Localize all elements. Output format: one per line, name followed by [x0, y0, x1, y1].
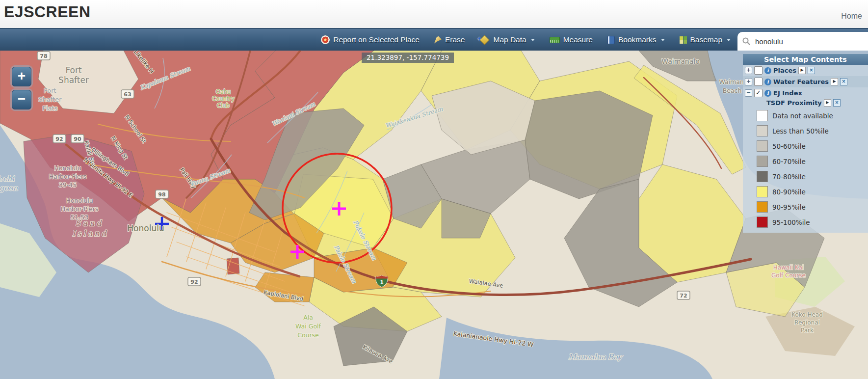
layer-close-icon[interactable]: × [808, 67, 815, 74]
select-map-contents-panel: Select Map Contents + i Places ▶ × + i W… [743, 54, 868, 233]
legend-label: Less than 50%ile [772, 127, 829, 135]
bookmarks-label: Bookmarks [618, 35, 657, 44]
ej-index-checkbox[interactable]: ✓ [754, 89, 763, 97]
svg-text:Golf Course: Golf Course [771, 272, 806, 279]
svg-text:Shafter: Shafter [58, 75, 89, 85]
svg-text:Course: Course [297, 331, 319, 339]
ejscreen-logo: EJSCREEN [4, 3, 91, 21]
sublayer-row-tsdf-proximity: TSDF Proximity ▶ × [743, 99, 868, 108]
info-icon[interactable]: i [764, 67, 771, 74]
legend-item: 80-90%ile [743, 184, 868, 199]
legend-item: Data not available [743, 108, 868, 123]
map-data-dropdown[interactable]: Map Data [479, 35, 534, 44]
info-icon[interactable]: i [764, 90, 771, 97]
map-data-icon [479, 34, 490, 45]
layer-label-ej-index: EJ Index [773, 89, 802, 97]
legend-label: 95-100%ile [772, 218, 810, 226]
legend-swatch [757, 201, 768, 213]
svg-text:Ala: Ala [303, 314, 313, 321]
layer-row-places: + i Places ▶ × [743, 65, 868, 76]
svg-text:Island: Island [72, 229, 108, 238]
legend-item: 50-60%ile [743, 138, 868, 154]
layer-row-ej-index: − ✓ i EJ Index [743, 87, 868, 99]
legend-item: 70-80%ile [743, 169, 868, 184]
search-icon [742, 37, 750, 45]
layer-label-water-features: Water Features [773, 78, 829, 85]
bookmarks-icon [607, 36, 615, 44]
report-target-icon [321, 35, 330, 44]
places-checkbox[interactable] [754, 66, 763, 75]
legend-item: Less than 50%ile [743, 123, 868, 138]
coordinates-readout: 21.323897, -157.774739 [362, 53, 454, 63]
legend-label: 70-80%ile [772, 173, 806, 181]
expand-plus-icon[interactable]: + [745, 67, 752, 74]
home-link[interactable]: Home [841, 12, 862, 21]
legend-label: 50-60%ile [772, 142, 806, 150]
chevron-down-icon [531, 39, 535, 41]
layer-options-arrow-icon[interactable]: ▶ [798, 67, 806, 74]
zoom-in-button[interactable]: + [12, 67, 31, 86]
water-features-checkbox[interactable] [754, 78, 763, 86]
search-input[interactable] [754, 37, 854, 46]
svg-text:Wai Golf: Wai Golf [295, 323, 321, 330]
map-canvas[interactable]: 78 63 92 90 98 92 72 1 Fort Shafter Fort… [0, 51, 868, 379]
erase-label: Erase [445, 35, 465, 44]
legend-item: 90-95%ile [743, 199, 868, 215]
svg-text:78: 78 [40, 53, 47, 59]
svg-text:Harbor-Piers: Harbor-Piers [61, 205, 99, 213]
layer-close-icon[interactable]: × [840, 78, 847, 85]
map-container[interactable]: 78 63 92 90 98 92 72 1 Fort Shafter Fort… [0, 51, 868, 379]
svg-text:Beach: Beach [723, 87, 742, 94]
measure-button[interactable]: Measure [550, 35, 593, 44]
bookmarks-dropdown[interactable]: Bookmarks [607, 35, 665, 44]
svg-text:72: 72 [680, 293, 687, 299]
basemap-dropdown[interactable]: Basemap [680, 35, 731, 44]
svg-text:63: 63 [124, 91, 131, 98]
svg-text:Flats: Flats [43, 105, 58, 112]
svg-text:Koko Head: Koko Head [791, 311, 823, 318]
svg-text:39-45: 39-45 [59, 181, 77, 189]
legend-swatch [757, 140, 768, 152]
svg-text:98: 98 [158, 191, 165, 198]
legend-label: 80-90%ile [772, 188, 806, 196]
toolbar: Report on Selected Place Erase Map Data … [0, 28, 868, 51]
svg-text:Keehi: Keehi [0, 174, 15, 183]
svg-text:Club: Club [217, 102, 230, 109]
basemap-label: Basemap [690, 35, 722, 44]
svg-text:Park: Park [801, 327, 814, 334]
svg-text:92: 92 [55, 136, 63, 142]
legend-label: 90-95%ile [772, 203, 806, 211]
svg-text:Regional: Regional [794, 319, 820, 326]
svg-text:Lagoon: Lagoon [0, 184, 18, 192]
zoom-out-button[interactable]: − [12, 90, 31, 109]
layer-label-places: Places [773, 67, 796, 74]
svg-text:Maunalua Bay: Maunalua Bay [568, 352, 623, 361]
legend-swatch [757, 125, 768, 136]
chevron-down-icon [727, 39, 731, 41]
svg-text:Fort: Fort [65, 65, 82, 75]
measure-label: Measure [563, 35, 593, 44]
legend-label: Data not available [772, 112, 833, 120]
svg-text:Honolulu: Honolulu [127, 223, 164, 233]
erase-icon [434, 36, 442, 44]
legend-item: 95-100%ile [743, 215, 868, 230]
collapse-minus-icon[interactable]: − [745, 89, 752, 97]
svg-text:90: 90 [74, 136, 81, 142]
report-label: Report on Selected Place [333, 35, 420, 44]
expand-plus-icon[interactable]: + [745, 78, 752, 85]
sublayer-label: TSDF Proximity [766, 99, 822, 107]
panel-title: Select Map Contents [743, 54, 868, 65]
legend-swatch [757, 171, 768, 182]
svg-text:Shafter: Shafter [38, 96, 62, 103]
layer-options-arrow-icon[interactable]: ▶ [831, 78, 838, 85]
legend-swatch [757, 156, 768, 167]
legend-swatch [757, 110, 768, 121]
svg-text:Waimanalo: Waimanalo [661, 57, 700, 65]
layer-close-icon[interactable]: × [833, 99, 841, 107]
chevron-down-icon [661, 39, 665, 41]
info-icon[interactable]: i [764, 79, 771, 85]
layer-options-arrow-icon[interactable]: ▶ [824, 99, 831, 107]
report-on-selected-place-button[interactable]: Report on Selected Place [321, 35, 420, 44]
legend-swatch [757, 217, 768, 228]
erase-button[interactable]: Erase [434, 35, 465, 44]
